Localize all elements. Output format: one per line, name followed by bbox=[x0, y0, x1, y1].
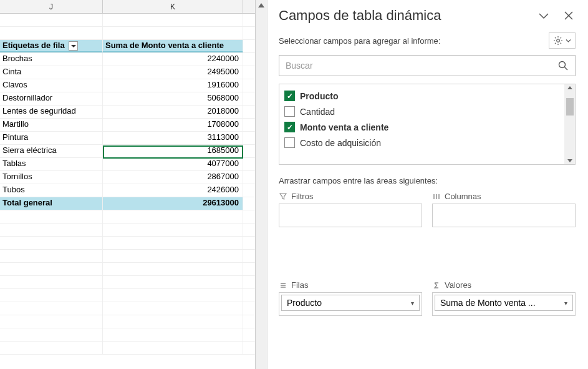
values-chip-label: Suma de Monto venta ... bbox=[440, 298, 536, 308]
values-chip[interactable]: Suma de Monto venta ... ▾ bbox=[435, 295, 573, 311]
pivot-row-value[interactable]: 4077000 bbox=[103, 158, 243, 170]
field-item[interactable]: Cantidad bbox=[284, 104, 559, 119]
drop-areas: Filtros Columnas Filas Produc bbox=[279, 192, 576, 362]
pivot-row-value[interactable]: 1916000 bbox=[103, 79, 243, 92]
pane-title: Campos de tabla dinámica bbox=[279, 7, 441, 24]
sheet-vertical-scrollbar[interactable] bbox=[256, 0, 267, 369]
pivot-row-label[interactable]: Pintura bbox=[0, 132, 103, 144]
pivot-fields-pane: Campos de tabla dinámica Seleccionar cam… bbox=[267, 0, 588, 369]
gear-icon bbox=[553, 36, 563, 46]
values-header[interactable]: Suma de Monto venta a cliente bbox=[103, 40, 243, 52]
pivot-header-row: Etiquetas de fila Suma de Monto venta a … bbox=[0, 40, 255, 53]
pivot-data-row: Tablas4077000 bbox=[0, 158, 255, 171]
rows-area: Filas Producto ▾ bbox=[279, 280, 422, 362]
filters-area: Filtros bbox=[279, 192, 422, 273]
field-checkbox[interactable] bbox=[284, 137, 295, 148]
rows-chip-label: Producto bbox=[287, 298, 322, 308]
field-label: Costo de adquisición bbox=[300, 138, 381, 148]
collapse-icon[interactable] bbox=[537, 9, 551, 22]
pivot-row-value[interactable]: 2426000 bbox=[103, 184, 243, 197]
columns-drop-zone[interactable] bbox=[432, 204, 576, 227]
pivot-data-row: Pintura3113000 bbox=[0, 132, 255, 145]
pivot-row-label[interactable]: Cinta bbox=[0, 66, 103, 79]
pivot-row-value[interactable]: 2867000 bbox=[103, 171, 243, 184]
field-item[interactable]: Costo de adquisición bbox=[284, 135, 559, 150]
total-label[interactable]: Total general bbox=[0, 197, 103, 210]
pivot-row-label[interactable]: Destornillador bbox=[0, 92, 103, 105]
pivot-row-label[interactable]: Sierra eléctrica bbox=[0, 145, 103, 157]
field-item[interactable]: Producto bbox=[284, 88, 559, 104]
row-filter-dropdown-icon[interactable] bbox=[69, 41, 78, 51]
pivot-data-row: Cinta2495000 bbox=[0, 66, 255, 79]
pivot-data-row: Martillo1708000 bbox=[0, 119, 255, 132]
pivot-row-label[interactable]: Brochas bbox=[0, 53, 103, 66]
pivot-row-label[interactable]: Martillo bbox=[0, 119, 103, 131]
grid[interactable]: Etiquetas de fila Suma de Monto venta a … bbox=[0, 14, 255, 369]
field-item[interactable]: Monto venta a cliente bbox=[284, 119, 559, 135]
pivot-row-label[interactable]: Tubos bbox=[0, 184, 103, 197]
chevron-down-icon bbox=[566, 38, 571, 44]
pivot-row-value[interactable]: 3113000 bbox=[103, 132, 243, 144]
close-icon[interactable] bbox=[562, 9, 576, 22]
pane-subtitle: Seleccionar campos para agregar al infor… bbox=[279, 36, 440, 46]
columns-icon bbox=[432, 192, 441, 201]
row-labels-header[interactable]: Etiquetas de fila bbox=[0, 40, 103, 52]
pivot-total-row: Total general 29613000 bbox=[0, 197, 255, 210]
pivot-row-value[interactable]: 2240000 bbox=[103, 53, 243, 66]
pivot-data-row: Brochas2240000 bbox=[0, 53, 255, 66]
pivot-data-row: Clavos1916000 bbox=[0, 79, 255, 92]
filters-drop-zone[interactable] bbox=[279, 204, 422, 227]
pivot-data-row: Tornillos2867000 bbox=[0, 171, 255, 184]
search-box[interactable] bbox=[279, 55, 576, 76]
scroll-down-arrow-icon[interactable] bbox=[567, 159, 572, 162]
columns-area: Columnas bbox=[432, 192, 576, 273]
field-checkbox[interactable] bbox=[284, 122, 295, 132]
pivot-row-label[interactable]: Lentes de seguridad bbox=[0, 106, 103, 118]
scroll-thumb[interactable] bbox=[566, 98, 574, 116]
scroll-track[interactable] bbox=[256, 9, 267, 369]
col-header-j[interactable]: J bbox=[0, 0, 103, 13]
pivot-data-row: Lentes de seguridad2018000 bbox=[0, 106, 255, 119]
filters-title: Filtros bbox=[291, 192, 313, 201]
field-label: Producto bbox=[300, 91, 338, 101]
sigma-icon bbox=[432, 281, 441, 290]
pane-options-button[interactable] bbox=[549, 32, 576, 49]
total-value[interactable]: 29613000 bbox=[103, 197, 243, 210]
rows-drop-zone[interactable]: Producto ▾ bbox=[279, 292, 422, 316]
pivot-row-value[interactable]: 1685000 bbox=[103, 145, 243, 157]
pivot-row-value[interactable]: 2495000 bbox=[103, 66, 243, 79]
spreadsheet-area: J K Etiquetas de fila Suma de Monto vent… bbox=[0, 0, 256, 369]
fields-scrollbar[interactable] bbox=[564, 84, 575, 164]
col-header-k[interactable]: K bbox=[103, 0, 243, 13]
filter-icon bbox=[279, 192, 287, 201]
pivot-row-value[interactable]: 2018000 bbox=[103, 106, 243, 118]
field-checkbox[interactable] bbox=[284, 91, 295, 101]
chevron-down-icon: ▾ bbox=[564, 300, 567, 307]
pivot-row-label[interactable]: Tornillos bbox=[0, 171, 103, 184]
columns-title: Columnas bbox=[445, 192, 481, 201]
pivot-row-value[interactable]: 5068000 bbox=[103, 92, 243, 105]
pivot-row-label[interactable]: Tablas bbox=[0, 158, 103, 170]
scroll-up-arrow-icon[interactable] bbox=[567, 86, 572, 89]
pivot-row-value[interactable]: 1708000 bbox=[103, 119, 243, 131]
column-headers: J K bbox=[0, 0, 255, 14]
values-title: Valores bbox=[445, 280, 471, 290]
chevron-down-icon: ▾ bbox=[411, 300, 414, 307]
rows-icon bbox=[279, 281, 287, 290]
rows-title: Filas bbox=[291, 280, 308, 290]
values-drop-zone[interactable]: Suma de Monto venta ... ▾ bbox=[432, 292, 576, 316]
row-labels-header-text: Etiquetas de fila bbox=[2, 41, 65, 50]
pivot-row-label[interactable]: Clavos bbox=[0, 79, 103, 92]
field-checkbox[interactable] bbox=[284, 106, 295, 117]
search-icon bbox=[557, 60, 569, 71]
pivot-data-row: Sierra eléctrica1685000 bbox=[0, 145, 255, 158]
field-label: Cantidad bbox=[300, 107, 335, 117]
field-label: Monto venta a cliente bbox=[300, 122, 388, 132]
search-input[interactable] bbox=[286, 61, 557, 71]
values-area: Valores Suma de Monto venta ... ▾ bbox=[432, 280, 576, 362]
drag-instruction: Arrastrar campos entre las áreas siguien… bbox=[279, 176, 576, 185]
scroll-up-icon[interactable] bbox=[258, 3, 264, 7]
rows-chip[interactable]: Producto ▾ bbox=[281, 295, 420, 311]
fields-list: ProductoCantidadMonto venta a clienteCos… bbox=[279, 84, 576, 165]
svg-point-1 bbox=[559, 62, 566, 68]
